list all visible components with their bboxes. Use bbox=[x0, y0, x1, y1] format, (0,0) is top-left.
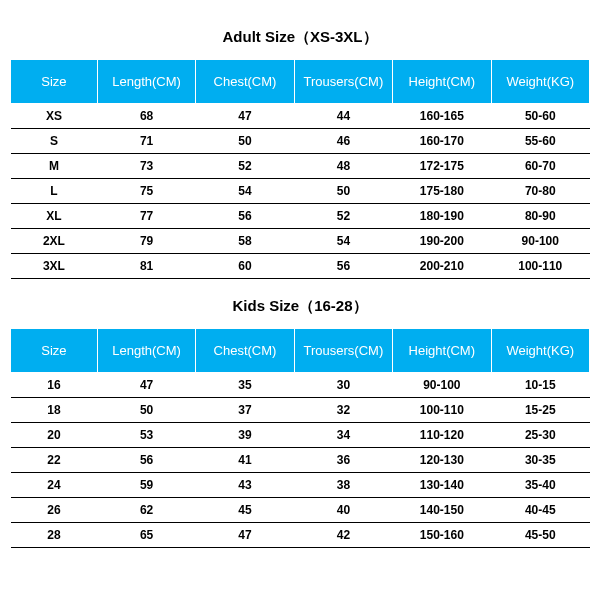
cell: 54 bbox=[196, 179, 294, 204]
table-row: L755450175-18070-80 bbox=[11, 179, 590, 204]
table-row: 28654742150-16045-50 bbox=[11, 523, 590, 548]
cell: 110-120 bbox=[393, 423, 491, 448]
cell: 58 bbox=[196, 229, 294, 254]
table-row: 24594338130-14035-40 bbox=[11, 473, 590, 498]
table-row: 18503732100-11015-25 bbox=[11, 398, 590, 423]
table-row: 3XL816056200-210100-110 bbox=[11, 254, 590, 279]
cell: 43 bbox=[196, 473, 294, 498]
cell: 47 bbox=[97, 373, 195, 398]
cell: 80-90 bbox=[491, 204, 589, 229]
cell: 150-160 bbox=[393, 523, 491, 548]
cell: 180-190 bbox=[393, 204, 491, 229]
cell: 3XL bbox=[11, 254, 98, 279]
cell: L bbox=[11, 179, 98, 204]
cell: 190-200 bbox=[393, 229, 491, 254]
cell: 37 bbox=[196, 398, 294, 423]
cell: 160-165 bbox=[393, 104, 491, 129]
cell: 120-130 bbox=[393, 448, 491, 473]
adult-tbody: XS684744160-16550-60S715046160-17055-60M… bbox=[11, 104, 590, 279]
cell: 2XL bbox=[11, 229, 98, 254]
table-row: 26624540140-15040-45 bbox=[11, 498, 590, 523]
cell: 100-110 bbox=[393, 398, 491, 423]
cell: 20 bbox=[11, 423, 98, 448]
table-row: 1647353090-10010-15 bbox=[11, 373, 590, 398]
cell: 60 bbox=[196, 254, 294, 279]
table-row: XS684744160-16550-60 bbox=[11, 104, 590, 129]
cell: 65 bbox=[97, 523, 195, 548]
cell: 50-60 bbox=[491, 104, 589, 129]
cell: 22 bbox=[11, 448, 98, 473]
cell: 175-180 bbox=[393, 179, 491, 204]
cell: XL bbox=[11, 204, 98, 229]
cell: 45-50 bbox=[491, 523, 589, 548]
header-trousers: Trousers(CM) bbox=[294, 329, 392, 373]
header-weight: Weight(KG) bbox=[491, 329, 589, 373]
cell: XS bbox=[11, 104, 98, 129]
header-chest: Chest(CM) bbox=[196, 329, 294, 373]
cell: 10-15 bbox=[491, 373, 589, 398]
cell: 35 bbox=[196, 373, 294, 398]
kids-size-title: Kids Size（16-28） bbox=[10, 297, 590, 316]
cell: 70-80 bbox=[491, 179, 589, 204]
header-height: Height(CM) bbox=[393, 60, 491, 104]
header-size: Size bbox=[11, 329, 98, 373]
kids-size-table: Size Length(CM) Chest(CM) Trousers(CM) H… bbox=[10, 328, 590, 548]
table-row: M735248172-17560-70 bbox=[11, 154, 590, 179]
header-length: Length(CM) bbox=[97, 60, 195, 104]
cell: 40-45 bbox=[491, 498, 589, 523]
header-length: Length(CM) bbox=[97, 329, 195, 373]
cell: 54 bbox=[294, 229, 392, 254]
cell: 52 bbox=[294, 204, 392, 229]
cell: 68 bbox=[97, 104, 195, 129]
cell: 90-100 bbox=[393, 373, 491, 398]
cell: 25-30 bbox=[491, 423, 589, 448]
cell: 79 bbox=[97, 229, 195, 254]
cell: 56 bbox=[294, 254, 392, 279]
cell: 50 bbox=[97, 398, 195, 423]
cell: 38 bbox=[294, 473, 392, 498]
header-size: Size bbox=[11, 60, 98, 104]
cell: 39 bbox=[196, 423, 294, 448]
header-trousers: Trousers(CM) bbox=[294, 60, 392, 104]
cell: 75 bbox=[97, 179, 195, 204]
cell: 24 bbox=[11, 473, 98, 498]
cell: 140-150 bbox=[393, 498, 491, 523]
cell: 62 bbox=[97, 498, 195, 523]
cell: 52 bbox=[196, 154, 294, 179]
table-row: 22564136120-13030-35 bbox=[11, 448, 590, 473]
cell: 56 bbox=[196, 204, 294, 229]
cell: 47 bbox=[196, 523, 294, 548]
cell: 50 bbox=[196, 129, 294, 154]
cell: 100-110 bbox=[491, 254, 589, 279]
kids-tbody: 1647353090-10010-1518503732100-11015-252… bbox=[11, 373, 590, 548]
cell: 34 bbox=[294, 423, 392, 448]
table-row: 2XL795854190-20090-100 bbox=[11, 229, 590, 254]
cell: 30 bbox=[294, 373, 392, 398]
cell: 30-35 bbox=[491, 448, 589, 473]
cell: 71 bbox=[97, 129, 195, 154]
cell: 90-100 bbox=[491, 229, 589, 254]
cell: 42 bbox=[294, 523, 392, 548]
cell: 44 bbox=[294, 104, 392, 129]
cell: 56 bbox=[97, 448, 195, 473]
adult-size-title: Adult Size（XS-3XL） bbox=[10, 28, 590, 47]
cell: 41 bbox=[196, 448, 294, 473]
cell: 36 bbox=[294, 448, 392, 473]
cell: 73 bbox=[97, 154, 195, 179]
cell: 16 bbox=[11, 373, 98, 398]
cell: 15-25 bbox=[491, 398, 589, 423]
cell: 35-40 bbox=[491, 473, 589, 498]
cell: M bbox=[11, 154, 98, 179]
cell: 45 bbox=[196, 498, 294, 523]
header-height: Height(CM) bbox=[393, 329, 491, 373]
cell: 40 bbox=[294, 498, 392, 523]
cell: 18 bbox=[11, 398, 98, 423]
cell: 172-175 bbox=[393, 154, 491, 179]
table-row: 20533934110-12025-30 bbox=[11, 423, 590, 448]
cell: 28 bbox=[11, 523, 98, 548]
cell: 50 bbox=[294, 179, 392, 204]
cell: 55-60 bbox=[491, 129, 589, 154]
cell: 47 bbox=[196, 104, 294, 129]
header-weight: Weight(KG) bbox=[491, 60, 589, 104]
table-row: XL775652180-19080-90 bbox=[11, 204, 590, 229]
